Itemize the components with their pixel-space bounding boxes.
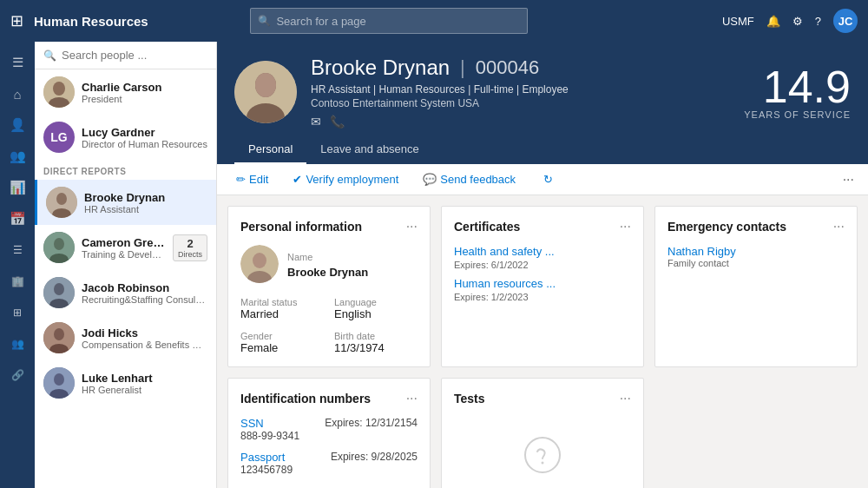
id-number-passport: 123456789	[240, 464, 293, 476]
person-item-jacob[interactable]: Jacob Robinson Recruiting&Staffing Consu…	[35, 270, 216, 315]
connect-icon[interactable]: 🔗	[2, 361, 33, 389]
direct-reports-label: DIRECT REPORTS	[35, 160, 216, 180]
cameron-role: Training & Development Co	[82, 249, 166, 260]
id-type-passport[interactable]: Passport	[240, 451, 293, 464]
verify-button[interactable]: ✔ Verify employment	[287, 169, 404, 189]
brooke-name: Brooke Drynan	[84, 191, 207, 204]
profile-photo	[234, 61, 297, 123]
id-expires-passport: Expires: 9/28/2025	[331, 451, 418, 463]
people-search-icon: 🔍	[43, 49, 56, 62]
refresh-button[interactable]: ↻	[538, 169, 558, 189]
certificates-more[interactable]: ···	[620, 219, 631, 234]
edit-button[interactable]: ✏ Edit	[231, 169, 273, 189]
certificates-card: Certificates ··· Health and safety ... E…	[441, 206, 644, 367]
cert-expires-2: Expires: 1/2/2023	[454, 292, 631, 302]
gender-label: Gender	[240, 331, 324, 341]
cameron-directs-badge: 2 Directs	[173, 234, 207, 261]
svg-point-25	[525, 438, 560, 472]
tab-leave[interactable]: Leave and absence	[306, 135, 432, 164]
group-icon[interactable]: 👥	[2, 142, 33, 170]
user-avatar[interactable]: JC	[833, 9, 858, 33]
people-panel: 🔍 Charlie Carson President LG Lucy Gardn…	[35, 42, 217, 488]
profile-name: Brooke Drynan	[311, 56, 450, 80]
id-number-ssn: 888-99-9341	[240, 430, 299, 442]
luke-role: HR Generalist	[82, 385, 207, 395]
org-icon[interactable]: 🏢	[2, 267, 33, 295]
verify-icon: ✔	[293, 173, 302, 186]
person-item-luke[interactable]: Luke Lenhart HR Generalist	[35, 360, 216, 406]
phone-icon[interactable]: 📞	[330, 115, 345, 129]
cert-item-1: Health and safety ... Expires: 6/1/2022	[454, 245, 631, 270]
tests-empty-icon	[522, 434, 563, 484]
person-item-brooke[interactable]: Brooke Drynan HR Assistant	[35, 180, 216, 225]
people-search-input[interactable]	[62, 49, 207, 62]
bell-icon[interactable]: 🔔	[766, 15, 780, 28]
users2-icon[interactable]: 👥	[2, 330, 33, 358]
personal-info-title: Personal information	[240, 220, 362, 234]
cert-link-1[interactable]: Health and safety ...	[454, 245, 631, 258]
person-icon[interactable]: 👤	[2, 111, 33, 139]
brooke-info: Brooke Drynan HR Assistant	[84, 191, 207, 214]
list2-icon[interactable]: ☰	[2, 236, 33, 264]
menu-icon[interactable]: ☰	[2, 49, 33, 76]
identification-more[interactable]: ···	[406, 391, 418, 406]
contact-name-1[interactable]: Nathan Rigby	[667, 245, 845, 258]
tests-empty-state: We didn't find any tests to show here.	[454, 417, 631, 488]
tests-more[interactable]: ···	[620, 391, 631, 406]
personal-info-more[interactable]: ···	[406, 219, 418, 234]
marital-value: Married	[240, 307, 324, 320]
feedback-icon: 💬	[423, 173, 437, 186]
cert-expires-1: Expires: 6/1/2022	[454, 260, 631, 270]
top-nav-right: USMF 🔔 ⚙ ? JC	[722, 9, 858, 33]
svg-point-26	[542, 462, 544, 465]
brooke-role: HR Assistant	[84, 204, 207, 214]
gear-icon[interactable]: ⚙	[792, 15, 803, 28]
profile-meta: HR Assistant | Human Resources | Full-ti…	[311, 83, 730, 96]
birth-value: 11/3/1974	[334, 341, 418, 354]
years-label: YEARS OF SERVICE	[744, 109, 851, 120]
tab-personal[interactable]: Personal	[234, 135, 306, 164]
cert-link-2[interactable]: Human resources ...	[454, 277, 631, 290]
person-item-charlie[interactable]: Charlie Carson President	[35, 69, 216, 115]
email-icon[interactable]: ✉	[311, 115, 321, 129]
jodi-info: Jodi Hicks Compensation & Benefits Cons.	[82, 326, 207, 350]
person-item-cameron[interactable]: Cameron Greenw... Training & Development…	[35, 225, 216, 270]
top-search[interactable]: 🔍	[250, 8, 528, 34]
svg-point-4	[56, 193, 67, 205]
grid-icon[interactable]: ⊞	[10, 11, 23, 30]
person-item-lucy[interactable]: LG Lucy Gardner Director of Human Resour…	[35, 115, 216, 160]
svg-point-16	[54, 373, 64, 386]
avatar-luke	[43, 367, 75, 399]
emergency-contacts-more[interactable]: ···	[833, 219, 845, 234]
calendar-icon[interactable]: 📅	[2, 205, 33, 233]
emergency-contacts-card: Emergency contacts ··· Nathan Rigby Fami…	[654, 206, 858, 367]
profile-info: Brooke Drynan | 000046 HR Assistant | Hu…	[311, 56, 730, 129]
people-search-container[interactable]: 🔍	[35, 42, 216, 69]
help-icon[interactable]: ?	[815, 15, 821, 28]
main-layout: ☰ ⌂ 👤 👥 📊 📅 ☰ 🏢 ⊞ 👥 🔗 🔍 Char	[0, 42, 868, 488]
cameron-info: Cameron Greenw... Training & Development…	[82, 236, 166, 260]
avatar-lucy: LG	[43, 122, 75, 153]
luke-info: Luke Lenhart HR Generalist	[82, 372, 207, 395]
birth-label: Birth date	[334, 331, 418, 341]
profile-header: Brooke Drynan | 000046 HR Assistant | Hu…	[217, 42, 868, 164]
id-item-ssn: SSN 888-99-9341 Expires: 12/31/2154	[240, 417, 418, 442]
svg-point-23	[253, 253, 266, 268]
avatar-cameron	[43, 232, 75, 263]
id-type-ssn[interactable]: SSN	[240, 417, 299, 430]
name-label: Name	[287, 252, 368, 262]
contact-type-1: Family contact	[667, 258, 845, 268]
table-icon[interactable]: ⊞	[2, 299, 33, 326]
language-label: Language	[334, 297, 418, 307]
content-area: Brooke Drynan | 000046 HR Assistant | Hu…	[217, 42, 868, 488]
home-icon[interactable]: ⌂	[2, 80, 33, 108]
feedback-button[interactable]: 💬 Send feedback	[418, 169, 521, 189]
charlie-name: Charlie Carson	[82, 81, 207, 94]
search-input[interactable]	[276, 15, 520, 28]
person-item-jodi[interactable]: Jodi Hicks Compensation & Benefits Cons.	[35, 315, 216, 360]
svg-point-13	[54, 328, 64, 340]
chart-icon[interactable]: 📊	[2, 174, 33, 201]
toolbar-more-button[interactable]: ···	[843, 172, 854, 188]
profile-company: Contoso Entertainment System USA	[311, 97, 730, 109]
avatar-jodi	[43, 322, 75, 353]
